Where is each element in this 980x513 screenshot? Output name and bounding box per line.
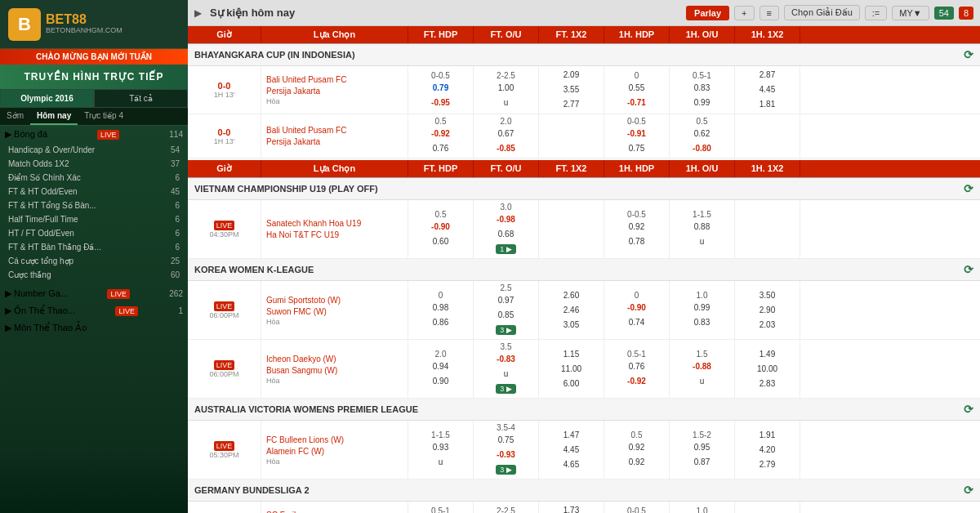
- section-bongda[interactable]: ▶ Bóng đá LIVE 114: [0, 126, 188, 143]
- section-number-ga[interactable]: ▶ Number Ga... LIVE 262: [0, 285, 188, 302]
- col2-header-ft-1x2: FT. 1X2: [539, 160, 604, 177]
- sub-tab-truc-tiep[interactable]: Trực tiếp 4: [78, 108, 130, 125]
- 1h-ou-cell: 1.5-2 0.95 0.87: [670, 421, 735, 479]
- sidebar-item-chinh-xac[interactable]: Điểm Số Chính Xác 6: [0, 171, 188, 185]
- more-button[interactable]: 3 ▶: [496, 384, 516, 394]
- 1h-ou-cell: 1-1.5 0.88 u: [670, 200, 735, 258]
- more-button[interactable]: 3 ▶: [496, 465, 516, 475]
- teams-cell: Sanatech Khanh Hoa U19 Ha Noi T&T FC U19: [261, 200, 408, 258]
- 1h-1x2-cell: 1.91 4.20 2.79: [735, 421, 800, 479]
- table-row: 0-0 1H 13' Bali United Pusam FC Persija …: [188, 114, 980, 158]
- ft-hdp-cell: 0.5 -0.92 0.76: [408, 114, 474, 158]
- col-header-1h-ou: 1H. O/U: [670, 26, 735, 43]
- sidebar-item-handicap[interactable]: Handicap & Over/Under 54: [0, 143, 188, 157]
- ft-hdp-cell: 0.5 -0.90 0.60: [408, 200, 474, 258]
- sidebar-item-tong-hop[interactable]: Cá cược tổng hợp 25: [0, 254, 188, 268]
- more-button[interactable]: 1 ▶: [496, 244, 516, 254]
- 1h-1x2-empty: [735, 502, 800, 513]
- sidebar-item-ht-ft-odd[interactable]: HT / FT Odd/Even 6: [0, 226, 188, 240]
- ft-hdp-cell: 0.5-1 0.98 0.94: [408, 502, 474, 513]
- live-badge: LIVE: [97, 130, 120, 140]
- promo-banner: CHÀO MỪNG BẠN MỚI TUẦN: [0, 49, 188, 65]
- betting-table: Giờ Lựa Chọn FT. HDP FT. O/U FT. 1X2 1H.…: [188, 26, 980, 513]
- time-cell: 0-0 1H 13': [188, 66, 261, 114]
- 1h-1x2-empty: [735, 114, 800, 158]
- col2-header-ft-ou: FT. O/U: [474, 160, 539, 177]
- sidebar: B BET88 BETONBANHGM.COM CHÀO MỪNG BẠN MỚ…: [0, 0, 188, 513]
- col2-header-lua-chon: Lựa Chọn: [261, 160, 408, 177]
- sidebar-item-ban-thang[interactable]: FT & HT Bàn Thắng Đầ... 6: [0, 240, 188, 254]
- teams-cell: Icheon Daekyo (W) Busan Sangmu (W) Hòa: [261, 340, 408, 398]
- section-label: ▶ Number Ga...: [5, 288, 68, 299]
- parlay-button[interactable]: Parlay: [686, 6, 729, 20]
- league-header-bhayangkara: BHAYANGKARA CUP (IN INDONESIA) ⟳: [188, 44, 980, 66]
- sub-tab-som[interactable]: Sớm: [0, 108, 30, 125]
- table-row: LIVE 05:30PM FC Bulleen Lions (W) Alamei…: [188, 421, 980, 480]
- sidebar-item-cuoc-thang[interactable]: Cược thắng 60: [0, 268, 188, 282]
- plus-button[interactable]: +: [734, 6, 754, 20]
- 1h-1x2-cell: 3.50 2.90 2.03: [735, 281, 800, 339]
- settings-button[interactable]: :=: [865, 6, 887, 20]
- table-row: LIVE 06:00PM Icheon Daekyo (W) Busan San…: [188, 340, 980, 399]
- sub-tab-homay[interactable]: Hôm nay: [30, 108, 78, 125]
- top-bar: ▶ Sự kiện hôm nay Parlay + ≡ Chọn Giải Đ…: [188, 0, 980, 26]
- time-cell: LIVE 04:30PM: [188, 200, 261, 258]
- 1h-hdp-cell: 0-0.5 0.92 0.78: [604, 200, 670, 258]
- 1h-hdp-cell: 0-0.5 0.96 0.92: [604, 502, 670, 513]
- col-header-lua-chon: Lựa Chọn: [261, 26, 408, 43]
- 1h-1x2-cell: 2.87 4.45 1.81: [735, 66, 800, 114]
- 1h-ou-cell: 1.0 0.99 0.83: [670, 281, 735, 339]
- ft-1x2-cell: 1.15 11.00 6.00: [539, 340, 604, 398]
- teams-cell: Gumi Sportstoto (W) Suwon FMC (W) Hòa: [261, 281, 408, 339]
- ft-1x2-cell: 2.09 3.55 2.77: [539, 66, 604, 114]
- refresh-icon-2[interactable]: ⟳: [964, 182, 973, 195]
- live-tv-button[interactable]: TRUYỀN HÌNH TRỰC TIẾP: [0, 65, 188, 89]
- col2-header-gio: Giờ: [188, 160, 261, 177]
- refresh-icon-3[interactable]: ⟳: [964, 263, 973, 276]
- ft-hdp-cell: 1-1.5 0.93 u: [408, 421, 474, 479]
- league-header-vietnam: VIETNAM CHAMPIONSHIP U19 (PLAY OFF) ⟳: [188, 178, 980, 200]
- table-row: LIVE 04:30PM Sanatech Khanh Hoa U19 Ha N…: [188, 200, 980, 259]
- refresh-counter[interactable]: 54: [934, 7, 954, 20]
- section-label: ▶ Bóng đá: [5, 129, 47, 140]
- ft-ou-cell: 3.0 -0.98 0.68 1 ▶: [474, 200, 539, 258]
- 1h-hdp-cell: 0-0.5 -0.91 0.75: [604, 114, 670, 158]
- refresh-icon-5[interactable]: ⟳: [964, 484, 973, 497]
- alert-counter[interactable]: 8: [959, 7, 973, 20]
- region-button[interactable]: MY▼: [892, 6, 929, 20]
- tab-all[interactable]: Tất cả: [94, 89, 188, 108]
- 1h-ou-cell: 1.5 -0.88 u: [670, 340, 735, 398]
- sidebar-item-match-odds[interactable]: Match Odds 1X2 37: [0, 157, 188, 171]
- sidebar-item-half-full[interactable]: Half Time/Full Time 6: [0, 212, 188, 226]
- section-mon-the-thao-ao[interactable]: ▶ Môn Thể Thao Ảo: [0, 319, 188, 337]
- refresh-icon-4[interactable]: ⟳: [964, 403, 973, 416]
- col-header-gio: Giờ: [188, 26, 261, 43]
- more-button[interactable]: 3 ▶: [496, 325, 516, 335]
- time-cell: VS 03:15AM: [188, 502, 261, 513]
- col2-header-1h-ou: 1H. O/U: [670, 160, 735, 177]
- 1h-ou-cell: 0.5-1 0.83 0.99: [670, 66, 735, 114]
- sidebar-menu: ▶ Bóng đá LIVE 114 Handicap & Over/Under…: [0, 126, 188, 513]
- col2-header-ft-hdp: FT. HDP: [408, 160, 474, 177]
- sidebar-item-ft-ht-odd-even[interactable]: FT & HT Odd/Even 45: [0, 185, 188, 199]
- tab-olympic[interactable]: Olympic 2016: [0, 89, 94, 108]
- time-cell: LIVE 06:00PM: [188, 281, 261, 339]
- time-cell: LIVE 06:00PM: [188, 340, 261, 398]
- league-header-germany: GERMANY BUNDESLIGA 2 ⟳: [188, 480, 980, 502]
- chon-giai-button[interactable]: Chọn Giải Đấu: [784, 5, 860, 20]
- table-row: VS 03:15AM SC Freiburg Karlsruher SC Hòa…: [188, 502, 980, 513]
- league-header-korea: KOREA WOMEN K-LEAGUE ⟳: [188, 259, 980, 281]
- time-cell: 0-0 1H 13': [188, 114, 261, 158]
- ft-ou-cell: 3.5 -0.83 u 3 ▶: [474, 340, 539, 398]
- 1h-hdp-cell: 0 -0.90 0.74: [604, 281, 670, 339]
- section-on-the-thao[interactable]: ▶ Ồn Thể Thao... LIVE 1: [0, 302, 188, 319]
- col-header-ft-ou: FT. O/U: [474, 26, 539, 43]
- nav-arrow-icon: ▶: [194, 7, 202, 19]
- refresh-icon-1[interactable]: ⟳: [964, 48, 973, 61]
- list-icon-button[interactable]: ≡: [760, 6, 779, 20]
- sub-tabs: Sớm Hôm nay Trực tiếp 4: [0, 108, 188, 126]
- sidebar-item-ft-ht-tong[interactable]: FT & HT Tổng Số Bàn... 6: [0, 199, 188, 212]
- sidebar-logo: B BET88 BETONBANHGM.COM: [0, 0, 188, 49]
- 1h-hdp-cell: 0.5 0.92 0.92: [604, 421, 670, 479]
- sidebar-tabs: Olympic 2016 Tất cả: [0, 89, 188, 108]
